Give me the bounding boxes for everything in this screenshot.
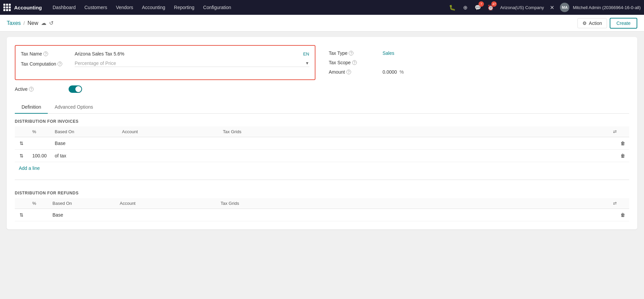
tax-scope-help-icon[interactable]: ? — [352, 60, 357, 65]
app-grid-icon[interactable] — [3, 4, 11, 11]
row1-tax-grids — [219, 137, 609, 150]
col-drag-r — [15, 198, 28, 209]
app-name[interactable]: Accounting — [14, 5, 42, 10]
chat-icon[interactable]: 💬 7 — [473, 3, 483, 12]
create-button[interactable]: Create — [610, 18, 637, 29]
menu-vendors[interactable]: Vendors — [112, 3, 137, 12]
tab-advanced-options[interactable]: Advanced Options — [48, 101, 100, 114]
topnav-right: 🐛 ⊕ 💬 7 ⏰ 47 Arizona(US) Company ✕ MA Mi… — [448, 3, 641, 12]
save-manually-icon[interactable]: ☁ — [41, 20, 46, 26]
col-actions-header: ⇄ — [609, 126, 629, 137]
distribution-invoices-section: DISTRIBUTION FOR INVOICES % Based On Acc… — [15, 114, 629, 174]
tax-type-value[interactable]: Sales — [383, 50, 630, 56]
distribution-invoices-title: DISTRIBUTION FOR INVOICES — [15, 114, 629, 126]
row1-delete-icon[interactable]: 🗑 — [609, 137, 629, 150]
refund-row1-tax-grids — [217, 209, 609, 221]
top-navigation: Accounting Dashboard Customers Vendors A… — [0, 0, 644, 15]
col-percent-header-r: % — [28, 198, 48, 209]
refunds-table-header: % Based On Account Tax Grids ⇄ — [15, 198, 629, 209]
breadcrumb-left: Taxes / New ☁ ↺ — [7, 20, 53, 26]
tab-definition[interactable]: Definition — [15, 101, 48, 114]
row1-based-on[interactable]: Base — [51, 137, 118, 150]
refund-row1-based-on[interactable]: Base — [48, 209, 116, 221]
active-help-icon[interactable]: ? — [29, 87, 34, 91]
menu-dashboard[interactable]: Dashboard — [49, 3, 80, 12]
amount-help-icon[interactable]: ? — [346, 70, 351, 74]
adjust-columns-icon[interactable]: ⇄ — [613, 129, 617, 134]
bug-icon[interactable]: 🐛 — [448, 3, 457, 12]
top-menu: Dashboard Customers Vendors Accounting R… — [49, 3, 447, 12]
col-account-header: Account — [118, 126, 219, 137]
company-name[interactable]: Arizona(US) Company — [500, 5, 544, 10]
menu-customers[interactable]: Customers — [80, 3, 111, 12]
col-based-on-header: Based On — [51, 126, 118, 137]
distribution-refunds-section: DISTRIBUTION FOR REFUNDS % Based On Acco… — [15, 185, 629, 221]
row2-delete-icon[interactable]: 🗑 — [609, 150, 629, 162]
tax-computation-select[interactable]: Percentage of Price ▼ — [75, 61, 309, 67]
amount-value[interactable]: 0.0000 — [383, 69, 397, 75]
toggle-switch[interactable] — [69, 85, 82, 93]
amount-unit: % — [400, 69, 404, 75]
form-left-section: Tax Name ? EN Tax Computation ? Percenta… — [15, 45, 315, 80]
tax-type-row: Tax Type ? Sales — [329, 50, 630, 56]
drag-handle[interactable]: ⇅ — [15, 137, 28, 150]
table-row: ⇅ 100.00 of tax 🗑 — [15, 150, 629, 162]
support-icon[interactable]: ⊕ — [460, 3, 470, 12]
action-button[interactable]: ⚙ Action — [577, 18, 607, 28]
tabs-bar: Definition Advanced Options — [15, 101, 629, 114]
active-row: Active ? — [15, 85, 629, 97]
main-content: Tax Name ? EN Tax Computation ? Percenta… — [0, 32, 644, 299]
gear-icon: ⚙ — [582, 21, 587, 26]
toggle-knob — [75, 86, 81, 92]
menu-reporting[interactable]: Reporting — [170, 3, 198, 12]
form-card: Tax Name ? EN Tax Computation ? Percenta… — [7, 37, 637, 229]
avatar[interactable]: MA — [560, 3, 569, 12]
col-percent-header: % — [28, 126, 51, 137]
menu-configuration[interactable]: Configuration — [199, 3, 235, 12]
amount-label: Amount ? — [329, 69, 383, 75]
row2-based-on[interactable]: of tax — [51, 150, 118, 162]
activity-icon[interactable]: ⏰ 47 — [486, 3, 495, 12]
form-header: Tax Name ? EN Tax Computation ? Percenta… — [15, 45, 629, 80]
tax-name-help-icon[interactable]: ? — [43, 51, 48, 56]
row1-percent — [28, 137, 51, 150]
distribution-refunds-table: % Based On Account Tax Grids ⇄ ⇅ Base — [15, 198, 629, 221]
refund-row1-delete-icon[interactable]: 🗑 — [609, 209, 629, 221]
refund-row1-percent — [28, 209, 48, 221]
breadcrumb-parent[interactable]: Taxes — [7, 20, 21, 26]
drag-handle[interactable]: ⇅ — [15, 150, 28, 162]
refund-row1-account — [116, 209, 217, 221]
distribution-invoices-table: % Based On Account Tax Grids ⇄ ⇅ Base — [15, 126, 629, 162]
tax-computation-help-icon[interactable]: ? — [58, 62, 62, 66]
amount-row: Amount ? 0.0000 % — [329, 69, 630, 75]
tax-computation-label: Tax Computation ? — [21, 61, 75, 67]
row2-account — [118, 150, 219, 162]
add-line-button[interactable]: Add a line — [15, 162, 44, 174]
chat-badge: 7 — [479, 1, 484, 7]
tax-type-label: Tax Type ? — [329, 50, 383, 56]
table-row: ⇅ Base 🗑 — [15, 209, 629, 221]
adjust-columns-icon-r[interactable]: ⇄ — [613, 201, 617, 206]
tax-scope-row: Tax Scope ? — [329, 60, 630, 65]
breadcrumb-separator: / — [24, 21, 25, 26]
breadcrumb-current: New — [28, 20, 38, 26]
discard-icon[interactable]: ↺ — [49, 20, 53, 26]
tax-name-input[interactable] — [75, 51, 303, 57]
breadcrumb-bar: Taxes / New ☁ ↺ ⚙ Action Create — [0, 15, 644, 32]
tax-name-label: Tax Name ? — [21, 51, 75, 57]
form-right-section: Tax Type ? Sales Tax Scope ? Amount ? — [329, 45, 630, 80]
language-button[interactable]: EN — [303, 51, 309, 57]
tax-type-help-icon[interactable]: ? — [349, 51, 353, 55]
breadcrumb-right: ⚙ Action Create — [577, 18, 637, 29]
col-tax-grids-header-r: Tax Grids — [217, 198, 609, 209]
active-toggle[interactable] — [69, 85, 82, 93]
drag-handle-r[interactable]: ⇅ — [15, 209, 28, 221]
row2-percent: 100.00 — [28, 150, 51, 162]
row1-account — [118, 137, 219, 150]
activity-badge: 47 — [491, 1, 497, 7]
distribution-refunds-title: DISTRIBUTION FOR REFUNDS — [15, 185, 629, 198]
menu-accounting[interactable]: Accounting — [138, 3, 169, 12]
invoices-table-header: % Based On Account Tax Grids ⇄ — [15, 126, 629, 137]
settings-icon[interactable]: ✕ — [547, 3, 557, 12]
table-row: ⇅ Base 🗑 — [15, 137, 629, 150]
